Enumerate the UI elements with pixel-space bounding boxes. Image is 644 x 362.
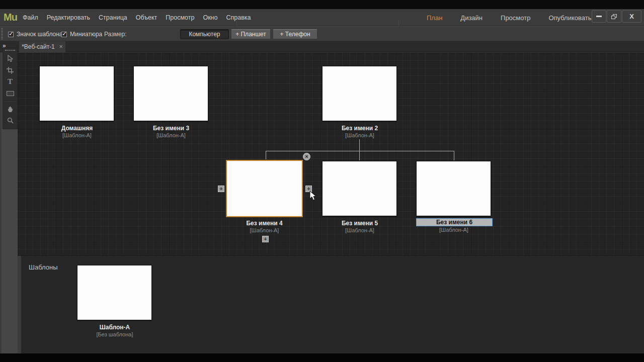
device-layout-buttons: Компьютер + Планшет + Телефон: [180, 29, 317, 39]
template-badge-option: ✓ Значок шаблона: [8, 27, 63, 42]
template-thumbnail[interactable]: [77, 265, 152, 320]
page-template-label: [Шаблон-А]: [416, 227, 492, 233]
templates-panel-edge: [18, 256, 21, 354]
menu-view[interactable]: Просмотр: [166, 14, 194, 21]
page-thumbnail[interactable]: [416, 161, 491, 216]
check-icon: ✓: [9, 30, 14, 37]
mode-plan[interactable]: План: [427, 14, 442, 22]
page-name[interactable]: Без имени 3: [133, 125, 209, 132]
page-thumbnail[interactable]: [39, 66, 114, 121]
desktop-layout-button[interactable]: Компьютер: [180, 29, 229, 39]
page-card-untitled-3[interactable]: Без имени 3 [Шаблон-А]: [133, 66, 209, 138]
menu-page[interactable]: Страница: [99, 14, 127, 21]
page-name[interactable]: Без имени 2: [322, 125, 397, 132]
rectangle-tool-icon[interactable]: [3, 87, 17, 99]
connector-drop-right: [454, 151, 454, 160]
page-template-label: [Шаблон-А]: [133, 132, 209, 138]
document-tabbar: » *Веб-сайт-1 ×: [0, 41, 644, 52]
add-page-below-button[interactable]: +: [262, 236, 269, 242]
page-template-label: [Шаблон-А]: [39, 132, 115, 138]
page-card-home[interactable]: Домашняя [Шаблон-А]: [39, 66, 115, 138]
menu-help[interactable]: Справка: [226, 14, 251, 21]
tools-divider: [5, 101, 16, 102]
thumbnail-label: Миниатюра: [70, 31, 102, 38]
crop-tool-icon[interactable]: [3, 64, 17, 76]
template-name[interactable]: Шаблон-А: [77, 324, 152, 331]
text-tool-icon[interactable]: T: [3, 76, 17, 87]
zoom-tool-icon[interactable]: [3, 115, 17, 126]
template-badge-checkbox[interactable]: ✓: [8, 32, 14, 37]
close-icon: X: [629, 13, 634, 20]
selection-tool-icon[interactable]: [3, 53, 17, 64]
page-name[interactable]: Без имени 5: [322, 220, 397, 227]
restore-icon: [611, 14, 617, 19]
template-badge-label: Значок шаблона: [17, 31, 63, 38]
templates-section-title: Шаблоны: [29, 263, 58, 271]
minimize-icon: [596, 16, 602, 17]
window-bottom-strip: [0, 353, 644, 362]
add-page-left-button[interactable]: +: [218, 186, 224, 192]
tab-close-icon[interactable]: ×: [59, 43, 63, 50]
minimize-button[interactable]: [592, 10, 606, 23]
thumbnail-checkbox[interactable]: ✓: [61, 32, 67, 37]
page-thumbnail-selected[interactable]: [226, 160, 303, 217]
page-thumbnail[interactable]: [322, 66, 397, 121]
close-button[interactable]: X: [622, 10, 641, 23]
menu-list: Файл Редактировать Страница Объект Просм…: [23, 9, 251, 26]
page-template-label: [Шаблон-А]: [322, 132, 397, 138]
thumbnail-option: ✓ Миниатюра: [61, 27, 102, 42]
restore-button[interactable]: [607, 10, 621, 23]
connector-drop-left: [266, 151, 266, 159]
add-phone-layout-button[interactable]: + Телефон: [273, 29, 317, 39]
mode-preview[interactable]: Просмотр: [501, 14, 530, 22]
check-icon: ✓: [62, 30, 67, 37]
menu-file[interactable]: Файл: [23, 14, 38, 21]
page-name-edit-field[interactable]: Без имени 6: [416, 218, 493, 226]
template-template-label: [Без шаблона]: [77, 331, 152, 337]
menubar: Mu Файл Редактировать Страница Объект Пр…: [0, 9, 644, 26]
mode-publish[interactable]: Опубликовать ▾: [548, 14, 598, 22]
page-name[interactable]: Без имени 4: [226, 220, 303, 227]
page-template-label: [Шаблон-А]: [226, 227, 303, 233]
menu-window[interactable]: Окно: [203, 14, 217, 21]
options-toolbar: ✓ Значок шаблона ✓ Миниатюра Размер: Ком…: [0, 26, 644, 41]
page-card-untitled-2[interactable]: Без имени 2 [Шаблон-А]: [322, 66, 397, 138]
tab-website-1[interactable]: *Веб-сайт-1 ×: [19, 41, 65, 52]
page-card-untitled-6-renaming[interactable]: Без имени 6 [Шаблон-А]: [416, 161, 492, 233]
page-card-untitled-5[interactable]: Без имени 5 [Шаблон-А]: [322, 161, 397, 233]
window-controls: X: [592, 10, 641, 23]
hand-tool-icon[interactable]: [3, 103, 17, 115]
menu-object[interactable]: Объект: [136, 14, 157, 21]
connector-horizontal: [266, 151, 454, 151]
mouse-cursor: [309, 191, 317, 204]
window-top-strip: [0, 0, 644, 9]
page-name[interactable]: Домашняя: [39, 125, 115, 132]
size-label: Размер:: [104, 31, 127, 38]
page-thumbnail[interactable]: [322, 161, 397, 216]
app-logo: Mu: [4, 12, 17, 23]
tools-panel: T: [3, 48, 18, 129]
toolbar-grip-icon[interactable]: [1, 28, 3, 40]
add-tablet-layout-button[interactable]: + Планшет: [231, 29, 271, 39]
tools-grip-icon[interactable]: [5, 50, 15, 51]
menu-edit[interactable]: Редактировать: [47, 14, 90, 21]
mode-publish-label: Опубликовать: [548, 14, 591, 22]
connector-drop-middle: [359, 151, 360, 160]
mode-nav: План Дизайн Просмотр Опубликовать ▾: [427, 9, 598, 26]
mode-design[interactable]: Дизайн: [460, 14, 482, 22]
page-template-label: [Шаблон-А]: [322, 227, 397, 233]
connector-parent-stem: [359, 139, 360, 151]
page-thumbnail[interactable]: [133, 66, 208, 121]
delete-page-button[interactable]: ×: [303, 153, 310, 160]
template-card-a[interactable]: Шаблон-А [Без шаблона]: [77, 265, 152, 337]
tab-label: *Веб-сайт-1: [22, 43, 55, 50]
page-card-untitled-4-selected[interactable]: Без имени 4 [Шаблон-А]: [226, 160, 303, 233]
